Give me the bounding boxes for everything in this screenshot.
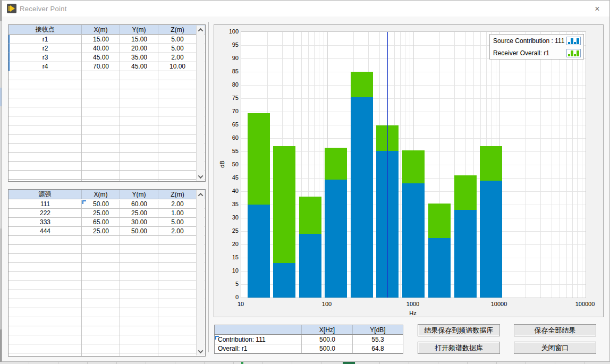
receiver-scroll-up-icon[interactable] bbox=[197, 26, 205, 34]
chevron-up-icon bbox=[198, 28, 204, 33]
receiver-cell[interactable]: 10.00 bbox=[158, 62, 197, 71]
receiver-cell[interactable]: 70.00 bbox=[82, 62, 120, 71]
source-cell[interactable]: 25.00 bbox=[82, 209, 120, 217]
title-bar[interactable]: Receiver Point × bbox=[2, 1, 609, 16]
receiver-scroll-down-icon[interactable] bbox=[197, 172, 205, 181]
source-cell[interactable]: 5.00 bbox=[158, 218, 197, 226]
receiver-cell[interactable]: r4 bbox=[9, 62, 82, 71]
receiver-scrollbar[interactable] bbox=[196, 26, 205, 181]
receiver-row-r2[interactable]: r240.0020.005.00 bbox=[9, 44, 205, 53]
source-cell[interactable]: 1.00 bbox=[158, 209, 197, 217]
source-cell[interactable]: 333 bbox=[9, 218, 82, 226]
contribution-bar-16hz[interactable] bbox=[248, 205, 270, 298]
y-tick-55: 55 bbox=[222, 148, 239, 154]
overall-bar-2000hz[interactable] bbox=[428, 204, 451, 238]
legend-item-overall[interactable]: Receiver Overall: r1 bbox=[490, 47, 583, 59]
y-tick-60: 60 bbox=[222, 134, 239, 141]
y-tick-100: 100 bbox=[222, 28, 239, 35]
source-cell[interactable]: 111 bbox=[9, 200, 82, 208]
contribution-bar-250hz[interactable] bbox=[351, 97, 373, 298]
source-cell[interactable]: 50.00 bbox=[82, 200, 120, 208]
y-tick-70: 70 bbox=[222, 108, 239, 114]
chevron-down-icon bbox=[198, 348, 204, 353]
receiver-cell[interactable]: 40.00 bbox=[82, 44, 120, 53]
receiver-row-r4[interactable]: r470.0045.0010.00 bbox=[9, 62, 205, 71]
overall-bar-63hz[interactable] bbox=[299, 197, 321, 234]
overall-bar-31.5hz[interactable] bbox=[273, 146, 295, 263]
source-cell[interactable]: 60.00 bbox=[120, 200, 158, 208]
close-icon[interactable]: × bbox=[589, 3, 605, 15]
contribution-bar-125hz[interactable] bbox=[325, 180, 347, 298]
receiver-cell[interactable]: 20.00 bbox=[120, 44, 158, 53]
y-tick-0: 0 bbox=[222, 294, 239, 300]
source-row-111[interactable]: 11150.0060.002.00 bbox=[9, 200, 205, 209]
contribution-bar-8000hz[interactable] bbox=[480, 181, 502, 298]
receiver-cell[interactable]: 15.00 bbox=[82, 35, 120, 44]
chart-cursor-line[interactable] bbox=[387, 32, 388, 298]
receiver-cell[interactable]: r1 bbox=[9, 35, 82, 44]
source-scrollbar[interactable] bbox=[196, 190, 205, 355]
open-spectrum-db-button[interactable]: 打开频谱数据库 bbox=[418, 342, 500, 354]
source-header-1: X(m) bbox=[82, 190, 120, 199]
y-tick-45: 45 bbox=[222, 174, 239, 181]
source-scroll-up-icon[interactable] bbox=[197, 190, 205, 199]
receiver-cell[interactable]: 35.00 bbox=[120, 53, 158, 62]
source-row-444[interactable]: 44425.0050.002.00 bbox=[9, 227, 205, 236]
source-cell[interactable]: 30.00 bbox=[120, 218, 158, 226]
source-body: 11150.0060.002.0022225.0025.001.0033365.… bbox=[9, 200, 205, 356]
cursor-cell: 55.3 bbox=[353, 335, 403, 344]
legend-item-contribution[interactable]: Source Contribution : 111 bbox=[490, 35, 583, 47]
contribution-bar-4000hz[interactable] bbox=[454, 210, 477, 298]
source-cell[interactable]: 65.00 bbox=[82, 218, 120, 226]
save-to-spectrum-db-button[interactable]: 结果保存到频谱数据库 bbox=[418, 324, 500, 336]
receiver-row-r3[interactable]: r345.0035.002.00 bbox=[9, 53, 205, 62]
y-tick-15: 15 bbox=[222, 254, 239, 260]
contribution-bar-1000hz[interactable] bbox=[402, 183, 425, 298]
source-cell[interactable]: 2.00 bbox=[158, 227, 197, 235]
receiver-cell[interactable]: 5.00 bbox=[158, 44, 197, 53]
cursor-row-Overall: r1[interactable]: Overall: r1500.064.8 bbox=[215, 344, 403, 353]
close-window-button[interactable]: 关闭窗口 bbox=[514, 342, 596, 354]
receiver-point-table: 接收点X(m)Y(m)Z(m)r115.0015.005.00r240.0020… bbox=[8, 24, 206, 182]
overall-bar-1000hz[interactable] bbox=[402, 150, 425, 184]
source-cell[interactable]: 25.00 bbox=[120, 209, 158, 217]
glyph-bar-2 bbox=[574, 54, 576, 56]
spectrum-chart-panel: dB 0510152025303540455055606570758085909… bbox=[214, 24, 604, 317]
receiver-cell[interactable]: 45.00 bbox=[82, 53, 120, 62]
source-row-222[interactable]: 22225.0025.001.00 bbox=[9, 209, 205, 218]
receiver-cell[interactable]: r3 bbox=[9, 53, 82, 62]
receiver-cell[interactable]: 2.00 bbox=[158, 53, 197, 62]
overall-bar-16hz[interactable] bbox=[248, 113, 270, 205]
cursor-readout-table: X[Hz]Y[dB]Contribution: 111500.055.3Over… bbox=[214, 325, 403, 354]
source-row-333[interactable]: 33365.0030.005.00 bbox=[9, 218, 205, 227]
source-header-2: Y(m) bbox=[120, 190, 158, 199]
contribution-bar-2000hz[interactable] bbox=[428, 238, 451, 298]
cursor-row-Contribution: 111[interactable]: Contribution: 111500.055.3 bbox=[215, 335, 403, 344]
source-cell[interactable]: 2.00 bbox=[158, 200, 197, 208]
source-scroll-down-icon[interactable] bbox=[197, 347, 205, 355]
source-cell[interactable]: 50.00 bbox=[120, 227, 158, 235]
source-cell[interactable]: 222 bbox=[9, 209, 82, 217]
source-header-3: Z(m) bbox=[158, 190, 197, 199]
y-tick-90: 90 bbox=[222, 55, 239, 61]
receiver-body: r115.0015.005.00r240.0020.005.00r345.003… bbox=[9, 35, 205, 181]
receiver-cell[interactable]: 45.00 bbox=[120, 62, 158, 71]
contribution-bar-31.5hz[interactable] bbox=[273, 263, 295, 298]
overall-bar-125hz[interactable] bbox=[325, 148, 347, 180]
contribution-bar-63hz[interactable] bbox=[299, 234, 321, 298]
receiver-row-r1[interactable]: r115.0015.005.00 bbox=[9, 35, 205, 44]
receiver-cell[interactable]: 15.00 bbox=[120, 35, 158, 44]
receiver-cell[interactable]: r2 bbox=[9, 44, 82, 53]
receiver-cell[interactable]: 5.00 bbox=[158, 35, 197, 44]
glyph-bar-0 bbox=[568, 54, 570, 56]
overall-bar-250hz[interactable] bbox=[351, 72, 373, 97]
chevron-down-icon bbox=[198, 173, 204, 179]
save-all-results-button[interactable]: 保存全部结果 bbox=[514, 324, 596, 336]
y-tick-75: 75 bbox=[222, 95, 239, 101]
source-cell[interactable]: 444 bbox=[9, 227, 82, 235]
y-tick-65: 65 bbox=[222, 121, 239, 128]
overall-bar-8000hz[interactable] bbox=[480, 146, 502, 181]
plot-area[interactable] bbox=[241, 31, 586, 298]
source-cell[interactable]: 25.00 bbox=[82, 227, 120, 235]
overall-bar-4000hz[interactable] bbox=[454, 175, 477, 210]
